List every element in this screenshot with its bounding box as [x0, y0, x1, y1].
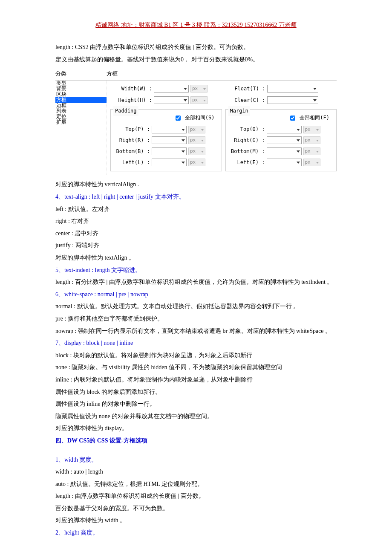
section-4-title: 四、DW CS5的 CSS 设置-方框选项	[55, 435, 337, 447]
float-label: Float(T) :	[224, 84, 267, 94]
heading-height: 2、height 高度。	[55, 527, 337, 539]
margin-top-input[interactable]	[267, 126, 302, 133]
margin-top-unit[interactable]: px	[303, 126, 320, 133]
margin-bottom-unit[interactable]: px	[303, 147, 320, 155]
text-line: none : 隐藏对象。与 visibility 属性的 hidden 值不同，…	[55, 362, 337, 373]
height-label: Height(H) :	[110, 95, 154, 105]
category-item-block[interactable]: 区块	[55, 92, 107, 97]
width-input[interactable]	[154, 85, 189, 92]
text-line: auto : 默认值。无特殊定位，根据 HTML 定位规则分配。	[55, 479, 337, 490]
height-input[interactable]	[154, 96, 189, 104]
heading-5: 5、text-indent : length 文字缩进。	[55, 265, 337, 276]
padding-top-label: Top(P) :	[113, 124, 152, 134]
width-label: Width(W) :	[110, 84, 154, 94]
margin-same-label: 全部相同(F)	[300, 115, 329, 121]
text-line: 对应的脚本特性为 width 。	[55, 515, 337, 526]
css-box-panel: 分类 方框 类型 背景 区块 方框 边框 列表 定位 扩展 Wid	[55, 69, 337, 175]
form-area: Width(W) : px Float(T) : Height(H) :	[107, 81, 337, 175]
heading-width: 1、width 宽度。	[55, 454, 337, 466]
text-line: length : 百分比数字 | 由浮点数字和单位标识符组成的长度值，允许为负值…	[55, 277, 337, 288]
margin-title: Margin	[228, 106, 250, 116]
text-line: normal : 默认值。默认处理方式。文本自动处理换行。假如抵达容器边界内容会…	[55, 301, 337, 312]
clear-input[interactable]	[267, 96, 318, 104]
text-line: nowrap : 强制在同一行内显示所有文本，直到文本结束或者遭遇 br 对象。…	[55, 326, 337, 337]
margin-left-input[interactable]	[267, 159, 302, 166]
text-line: 隐藏属性值设为 none 的对象并释放其在文档中的物理空间。	[55, 411, 337, 422]
heading-7: 7、display : block | none | inline	[55, 338, 337, 349]
margin-top-label: Top(O) :	[228, 124, 267, 134]
text-line: 定义由基线算起的偏移量。基线对于数值来说为0， 对于百分数来说就是0%。	[55, 54, 337, 66]
margin-right-label: Right(G) :	[228, 136, 267, 145]
padding-bottom-input[interactable]	[152, 147, 187, 155]
category-list: 类型 背景 区块 方框 边框 列表 定位 扩展	[55, 81, 107, 175]
padding-group: Padding 全部相同(S) Top(P) :px Right(R) :px …	[110, 109, 222, 171]
page-header: 精诚网络 地址：财富商城 B1 区 1 号 3 楼 联系：3213529 152…	[55, 21, 337, 29]
padding-left-input[interactable]	[152, 159, 187, 166]
category-item-list[interactable]: 列表	[55, 108, 107, 114]
padding-same-label: 全部相同(S)	[185, 115, 215, 121]
padding-right-unit[interactable]: px	[188, 136, 205, 144]
category-header: 分类	[55, 69, 107, 79]
blank-line	[55, 448, 337, 454]
text-line: center : 居中对齐	[55, 228, 337, 240]
padding-top-unit[interactable]: px	[188, 126, 205, 133]
panel-title: 方框	[107, 69, 118, 79]
margin-right-unit[interactable]: px	[303, 136, 320, 144]
padding-same-checkbox[interactable]	[176, 116, 181, 121]
padding-right-input[interactable]	[152, 136, 187, 144]
margin-bottom-input[interactable]	[267, 147, 302, 155]
padding-top-input[interactable]	[152, 126, 187, 133]
category-item-background[interactable]: 背景	[55, 86, 107, 92]
margin-left-label: Left(E) :	[228, 158, 267, 168]
category-item-box[interactable]: 方框	[55, 97, 107, 103]
margin-same-checkbox[interactable]	[290, 116, 295, 121]
document-content: length : CSS2 由浮点数字和单位标识符组成的长度值 | 百分数。可为…	[55, 42, 337, 539]
category-item-type[interactable]: 类型	[55, 81, 107, 86]
margin-left-unit[interactable]: px	[303, 159, 320, 166]
padding-left-label: Left(L) :	[113, 158, 152, 168]
text-line: 对应的脚本特性为 textAlign 。	[55, 252, 337, 264]
heading-4: 4、text-align : left | right | center | j…	[55, 191, 337, 203]
text-line: length : 由浮点数字和单位标识符组成的长度值 | 百分数。	[55, 491, 337, 502]
padding-bottom-label: Bottom(B) :	[113, 147, 152, 156]
margin-group: Margin 全部相同(F) Top(O) :px Right(G) :px B…	[225, 109, 337, 171]
text-line: 属性值设为 block 的对象后面添加新行。	[55, 387, 337, 398]
heading-6: 6、white-space : normal | pre | nowrap	[55, 289, 337, 301]
float-input[interactable]	[267, 85, 318, 92]
margin-bottom-label: Bottom(M) :	[228, 147, 267, 156]
category-item-extend[interactable]: 扩展	[55, 119, 107, 125]
width-unit[interactable]: px	[190, 85, 208, 92]
text-line: width : auto | length	[55, 466, 337, 478]
text-line: right : 右对齐	[55, 216, 337, 227]
text-line: inline : 内联对象的默认值。将对象强制作为内联对象呈递，从对象中删除行	[55, 374, 337, 386]
text-line: pre : 换行和其他空白字符都将受到保护。	[55, 313, 337, 325]
text-line: 对应的脚本特性为 display。	[55, 423, 337, 434]
text-line: block : 块对象的默认值。将对象强制作为块对象呈递，为对象之后添加新行	[55, 350, 337, 361]
text-line: 百分数是基于父对象的宽度。不可为负数。	[55, 503, 337, 515]
text-line: 对应的脚本特性为 verticalAlign .	[55, 179, 337, 191]
text-line: length : CSS2 由浮点数字和单位标识符组成的长度值 | 百分数。可为…	[55, 42, 337, 53]
padding-left-unit[interactable]: px	[188, 159, 205, 166]
category-item-position[interactable]: 定位	[55, 114, 107, 119]
clear-label: Clear(C) :	[224, 95, 267, 105]
padding-title: Padding	[113, 106, 138, 116]
text-line: justify : 两端对齐	[55, 240, 337, 251]
padding-right-label: Right(R) :	[113, 136, 152, 145]
text-line: left : 默认值。左对齐	[55, 204, 337, 215]
margin-right-input[interactable]	[267, 136, 302, 144]
text-line: 属性值设为 inline 的对象中删除一行。	[55, 399, 337, 410]
category-item-border[interactable]: 边框	[55, 103, 107, 108]
height-unit[interactable]: px	[190, 96, 208, 104]
padding-bottom-unit[interactable]: px	[188, 147, 205, 155]
